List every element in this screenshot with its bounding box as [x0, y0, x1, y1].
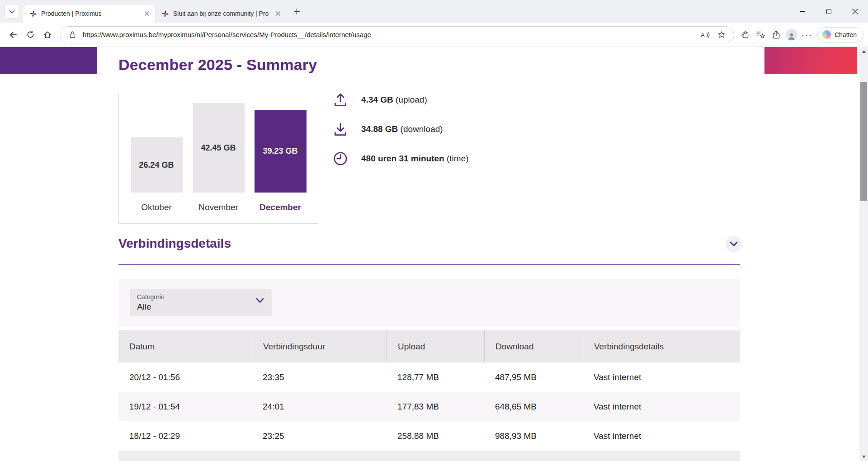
- home-button[interactable]: [39, 26, 56, 43]
- tab-producten-proximus[interactable]: Producten | Proximus: [23, 5, 155, 23]
- minimize-button[interactable]: [789, 0, 816, 23]
- section-title: Verbindingsdetails: [118, 236, 231, 251]
- cell-datum: 20/12 - 01:56: [118, 362, 252, 392]
- minimize-icon: [800, 11, 805, 12]
- read-aloud-icon[interactable]: A: [699, 29, 711, 41]
- maximize-icon: [826, 9, 831, 14]
- browser-toolbar: https://www.proximus.be/myproximus/nl/Pe…: [0, 23, 868, 47]
- address-bar[interactable]: https://www.proximus.be/myproximus/nl/Pe…: [60, 26, 734, 43]
- tab-search-button[interactable]: [5, 4, 19, 19]
- window-controls: [789, 0, 868, 23]
- cell-download: 648,65 MB: [484, 392, 583, 421]
- extensions-icon[interactable]: [738, 27, 753, 42]
- cell-verbindingsdetails: Vast internet: [583, 392, 740, 421]
- cell-upload: 258,88 MB: [387, 421, 484, 451]
- proximus-logo-icon: [161, 10, 169, 18]
- cell-datum: 19/12 - 01:54: [118, 392, 252, 421]
- stat-time: 480 uren 31 minuten (time): [331, 149, 469, 169]
- svg-text:A: A: [701, 32, 705, 38]
- table-row: 18/12 - 02:29 23:25 258,88 MB 988,93 MB …: [118, 421, 740, 451]
- copilot-chat-button[interactable]: Chatten: [817, 27, 863, 42]
- time-label: (time): [447, 154, 469, 163]
- chevron-down-icon: [9, 7, 14, 15]
- close-button[interactable]: [842, 0, 868, 23]
- dropdown-label: Categorie: [137, 293, 264, 301]
- stat-upload: 4.34 GB (upload): [331, 90, 469, 110]
- dropdown-value: Alle: [137, 302, 264, 312]
- bar-value-label: 42.45 GB: [201, 143, 236, 153]
- close-icon: [852, 9, 858, 14]
- tab-close-icon[interactable]: [142, 9, 151, 18]
- month-label-oktober[interactable]: Oktober: [131, 202, 183, 212]
- maximize-button[interactable]: [816, 0, 842, 23]
- table-row-partial: [118, 451, 740, 461]
- category-dropdown[interactable]: Categorie Alle: [130, 289, 272, 316]
- header-banner-purple: [0, 47, 97, 74]
- tab-title: Sluit aan bij onze community | Pro: [173, 10, 271, 17]
- favorites-bar-icon[interactable]: [753, 27, 769, 42]
- cell-verbindingsduur: 23:35: [252, 362, 387, 392]
- cell-upload: 177,83 MB: [387, 392, 484, 421]
- time-value: 480 uren 31 minuten: [361, 154, 444, 163]
- stat-download: 34.88 GB (download): [331, 119, 469, 139]
- tab-close-icon[interactable]: [274, 9, 283, 18]
- cell-upload: 128,77 MB: [387, 362, 484, 392]
- page-content: December 2025 - Summary 26.24 GB 42.45 G…: [0, 47, 859, 461]
- cell-verbindingsduur: 24:01: [252, 392, 387, 421]
- chevron-down-icon: [730, 241, 738, 247]
- column-header-upload: Upload: [387, 330, 484, 362]
- url-text: https://www.proximus.be/myproximus/nl/Pe…: [83, 31, 695, 38]
- bar-november: 42.45 GB: [193, 103, 245, 193]
- column-header-verbindingsduur: Verbindingsduur: [252, 330, 387, 362]
- bar-value-label: 39.23 GB: [263, 146, 297, 156]
- browser-tab-strip: Producten | Proximus Sluit aan bij onze …: [0, 0, 868, 23]
- avatar-icon: [786, 29, 797, 41]
- scrollbar-thumb[interactable]: [860, 82, 867, 201]
- header-banner-pink: [764, 47, 857, 74]
- cell-verbindingsdetails: Vast internet: [583, 421, 740, 451]
- scrollbar-down-arrow[interactable]: [859, 452, 868, 461]
- copilot-icon: [822, 30, 831, 39]
- page-scrollbar[interactable]: [859, 47, 868, 461]
- chart-month-labels: Oktober November December: [119, 202, 318, 212]
- tab-title: Producten | Proximus: [41, 10, 140, 17]
- month-label-november[interactable]: November: [193, 202, 245, 212]
- tab-community[interactable]: Sluit aan bij onze community | Pro: [155, 5, 286, 23]
- upload-value: 4.34 GB: [361, 95, 393, 104]
- bar-december: 39.23 GB: [255, 110, 307, 193]
- page-title: December 2025 - Summary: [118, 56, 317, 74]
- table-row: 20/12 - 01:56 23:35 128,77 MB 487,95 MB …: [118, 362, 740, 392]
- copilot-label: Chatten: [835, 31, 857, 38]
- cell-verbindingsdetails: Vast internet: [583, 362, 740, 392]
- share-icon[interactable]: [769, 27, 784, 42]
- cell-download: 988,93 MB: [484, 421, 583, 451]
- settings-more-icon[interactable]: ···: [799, 27, 815, 42]
- bar-value-label: 26.24 GB: [139, 160, 174, 170]
- bar-oktober: 26.24 GB: [131, 137, 183, 193]
- connections-table: Datum Verbindingsduur Upload Download Ve…: [118, 330, 740, 461]
- section-collapse-button[interactable]: [726, 236, 742, 252]
- back-button[interactable]: [5, 26, 22, 43]
- new-tab-button[interactable]: [289, 4, 304, 19]
- table-row: 19/12 - 01:54 24:01 177,83 MB 648,65 MB …: [118, 392, 740, 421]
- usage-stats: 4.34 GB (upload) 34.88 GB (download) 480…: [331, 90, 469, 178]
- upload-label: (upload): [396, 95, 427, 104]
- cell-datum: 18/12 - 02:29: [118, 421, 252, 451]
- table-header-row: Datum Verbindingsduur Upload Download Ve…: [118, 330, 740, 362]
- column-header-download: Download: [484, 330, 583, 362]
- download-value: 34.88 GB: [361, 124, 398, 134]
- chart-bars: 26.24 GB 42.45 GB 39.23 GB: [119, 103, 318, 193]
- cell-verbindingsduur: 23:25: [252, 421, 387, 451]
- column-header-verbindingsdetails: Verbindingsdetails: [583, 330, 740, 362]
- favorite-star-icon[interactable]: [716, 29, 727, 41]
- refresh-button[interactable]: [22, 26, 39, 43]
- profile-avatar[interactable]: [784, 27, 799, 42]
- scrollbar-up-arrow[interactable]: [859, 47, 868, 56]
- clock-icon: [331, 150, 349, 167]
- download-icon: [331, 121, 349, 138]
- site-info-lock-icon[interactable]: [66, 29, 78, 41]
- month-label-december[interactable]: December: [255, 202, 307, 212]
- browser-viewport: December 2025 - Summary 26.24 GB 42.45 G…: [0, 47, 868, 461]
- upload-icon: [331, 91, 349, 108]
- download-label: (download): [401, 124, 443, 134]
